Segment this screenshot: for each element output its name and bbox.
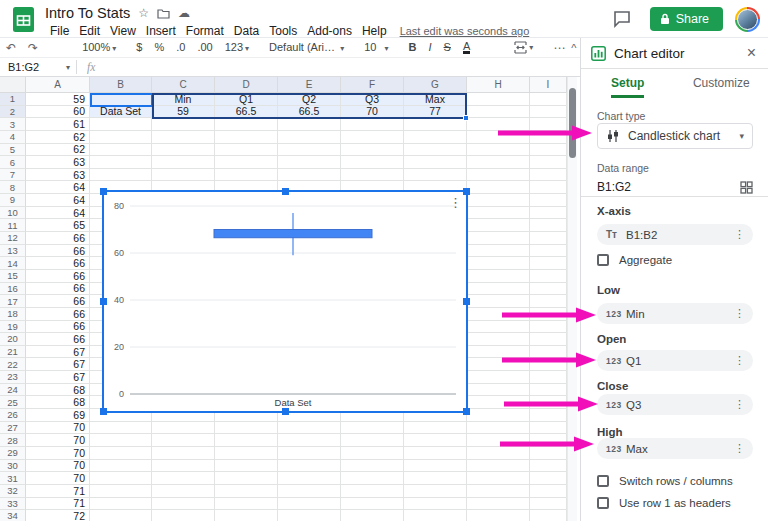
row-header-11[interactable]: 11 bbox=[0, 219, 26, 232]
cell[interactable] bbox=[467, 409, 530, 422]
cell[interactable] bbox=[152, 510, 215, 521]
tab-customize[interactable]: Customize bbox=[675, 69, 768, 97]
redo-icon[interactable]: ↷ bbox=[22, 42, 44, 54]
cell[interactable]: 62 bbox=[26, 131, 90, 144]
aggregate-checkbox[interactable] bbox=[597, 254, 609, 266]
cell[interactable]: 70 bbox=[341, 106, 404, 119]
data-range-field[interactable]: B1:G2 bbox=[597, 178, 753, 196]
cell[interactable]: 66 bbox=[26, 270, 90, 283]
cell[interactable] bbox=[278, 144, 341, 157]
cell[interactable] bbox=[467, 283, 530, 296]
cell[interactable] bbox=[530, 181, 567, 194]
row-header-32[interactable]: 32 bbox=[0, 485, 26, 498]
text-color-button[interactable]: A bbox=[457, 41, 476, 54]
cell[interactable] bbox=[530, 131, 567, 144]
cell[interactable] bbox=[404, 472, 467, 485]
row-header-6[interactable]: 6 bbox=[0, 156, 26, 169]
cell[interactable]: 66 bbox=[26, 333, 90, 346]
menu-format[interactable]: Format bbox=[181, 24, 229, 38]
select-all-corner[interactable] bbox=[0, 77, 26, 93]
cell[interactable] bbox=[467, 333, 530, 346]
menu-add-ons[interactable]: Add-ons bbox=[302, 24, 357, 38]
cell[interactable]: 66.5 bbox=[215, 106, 278, 119]
hide-menus-button[interactable]: ^ bbox=[571, 42, 576, 54]
strikethrough-button[interactable]: S bbox=[438, 42, 457, 53]
menu-edit[interactable]: Edit bbox=[74, 24, 105, 38]
cell[interactable] bbox=[530, 472, 567, 485]
share-button[interactable]: Share bbox=[650, 7, 723, 31]
cell[interactable] bbox=[467, 131, 530, 144]
cell[interactable] bbox=[467, 270, 530, 283]
cell[interactable] bbox=[341, 169, 404, 182]
cell[interactable]: 66 bbox=[26, 295, 90, 308]
cell[interactable] bbox=[152, 131, 215, 144]
menu-file[interactable]: File bbox=[45, 24, 74, 38]
use-row1-headers-checkbox[interactable] bbox=[597, 497, 609, 509]
row-header-29[interactable]: 29 bbox=[0, 447, 26, 460]
chart-options-icon[interactable]: ⋮ bbox=[449, 196, 462, 209]
cell[interactable] bbox=[467, 321, 530, 334]
chart-resize-handle[interactable] bbox=[282, 188, 289, 195]
cell[interactable] bbox=[530, 144, 567, 157]
cell[interactable] bbox=[467, 434, 530, 447]
cell[interactable] bbox=[90, 434, 152, 447]
cell[interactable] bbox=[530, 118, 567, 131]
menu-help[interactable]: Help bbox=[357, 24, 392, 38]
column-header-H[interactable]: H bbox=[467, 77, 530, 93]
cell[interactable] bbox=[530, 447, 567, 460]
cell[interactable] bbox=[341, 498, 404, 511]
column-header-G[interactable]: G bbox=[404, 77, 467, 93]
cell[interactable] bbox=[152, 169, 215, 182]
cell[interactable] bbox=[467, 460, 530, 473]
cell[interactable]: 69 bbox=[26, 409, 90, 422]
row-header-16[interactable]: 16 bbox=[0, 283, 26, 296]
menu-insert[interactable]: Insert bbox=[141, 24, 181, 38]
row-header-31[interactable]: 31 bbox=[0, 472, 26, 485]
row-header-26[interactable]: 26 bbox=[0, 409, 26, 422]
column-header-A[interactable]: A bbox=[26, 77, 90, 93]
cell[interactable] bbox=[404, 485, 467, 498]
cell[interactable] bbox=[467, 144, 530, 157]
cell[interactable] bbox=[341, 118, 404, 131]
cell[interactable]: Q3 bbox=[341, 93, 404, 106]
cell[interactable] bbox=[152, 460, 215, 473]
toolbar-more-button[interactable]: ⋯ bbox=[547, 42, 571, 54]
cloud-status-icon[interactable]: ☁ bbox=[178, 7, 190, 19]
cell[interactable]: 70 bbox=[26, 472, 90, 485]
row-header-4[interactable]: 4 bbox=[0, 131, 26, 144]
cell[interactable] bbox=[90, 510, 152, 521]
cell[interactable] bbox=[530, 232, 567, 245]
row-header-10[interactable]: 10 bbox=[0, 207, 26, 220]
merge-cells-button[interactable]: ▾ bbox=[508, 41, 539, 54]
cell[interactable]: 64 bbox=[26, 181, 90, 194]
scrollbar-thumb[interactable] bbox=[569, 88, 576, 158]
cell[interactable]: 65 bbox=[26, 219, 90, 232]
high-field[interactable]: 123 Max ⋮ bbox=[597, 438, 753, 459]
cell[interactable] bbox=[215, 422, 278, 435]
menu-data[interactable]: Data bbox=[229, 24, 264, 38]
cell[interactable] bbox=[467, 181, 530, 194]
cell[interactable]: 66.5 bbox=[278, 106, 341, 119]
more-formats-button[interactable]: 123▾ bbox=[219, 42, 255, 53]
cell[interactable] bbox=[152, 472, 215, 485]
cell[interactable] bbox=[341, 434, 404, 447]
cell[interactable] bbox=[467, 396, 530, 409]
cell[interactable] bbox=[530, 460, 567, 473]
cell[interactable] bbox=[530, 434, 567, 447]
cell[interactable] bbox=[278, 485, 341, 498]
cell[interactable]: 71 bbox=[26, 485, 90, 498]
cell[interactable] bbox=[215, 472, 278, 485]
cell[interactable] bbox=[278, 169, 341, 182]
row-header-17[interactable]: 17 bbox=[0, 295, 26, 308]
cell[interactable] bbox=[467, 118, 530, 131]
cell[interactable] bbox=[530, 106, 567, 119]
aggregate-checkbox-row[interactable]: Aggregate bbox=[597, 254, 753, 266]
cell[interactable] bbox=[530, 346, 567, 359]
cell[interactable]: 64 bbox=[26, 207, 90, 220]
cell[interactable]: 67 bbox=[26, 358, 90, 371]
cell[interactable] bbox=[530, 245, 567, 258]
menu-tools[interactable]: Tools bbox=[264, 24, 302, 38]
cell[interactable] bbox=[152, 447, 215, 460]
cell[interactable] bbox=[215, 510, 278, 521]
paint-format-icon[interactable] bbox=[56, 41, 68, 54]
